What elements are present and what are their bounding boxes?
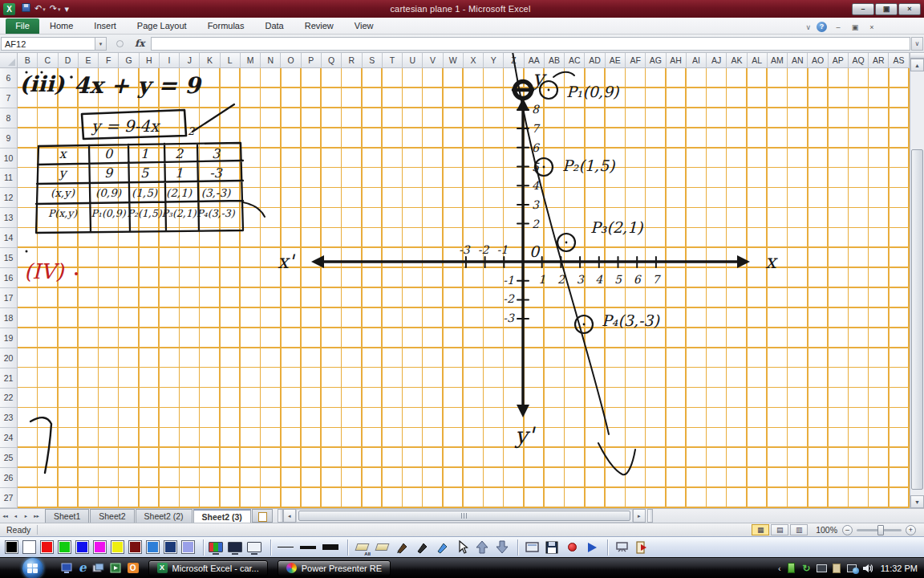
horizontal-split-handle[interactable] [278,509,283,523]
name-box-dropdown-icon[interactable]: ▾ [95,37,107,51]
expand-formula-bar-icon[interactable]: ∨ [911,37,923,51]
show-desktop-icon[interactable] [92,563,104,573]
brush-tool-button[interactable] [413,539,431,556]
column-header-O[interactable]: O [281,53,301,68]
first-sheet-icon[interactable]: ◂◂ [0,509,10,523]
zoom-slider-track[interactable] [857,529,902,531]
row-header-10[interactable]: 10 [0,149,18,169]
vertical-scrollbar[interactable]: ▲ ▼ [910,53,924,508]
workbook-close-icon[interactable]: × [866,23,877,31]
new-page-button[interactable] [523,539,541,556]
column-header-U[interactable]: U [403,53,423,68]
formula-input[interactable] [151,37,910,51]
pen-color-swatch-8[interactable] [146,540,160,554]
display-icon[interactable] [61,563,73,573]
tray-expand-icon[interactable]: ‹ [778,564,781,573]
row-header-21[interactable]: 21 [0,368,18,389]
screen-light-icon[interactable] [247,542,261,552]
page-down-button[interactable] [493,539,511,556]
battery-icon[interactable] [786,563,796,573]
column-header-E[interactable]: E [79,53,99,68]
row-header-13[interactable]: 13 [0,208,18,228]
column-header-K[interactable]: K [200,53,220,68]
ribbon-tab-review[interactable]: Review [294,18,344,34]
column-header-AF[interactable]: AF [626,53,646,68]
row-header-24[interactable]: 24 [0,428,18,448]
undo-button[interactable]: ↶▾ [34,2,46,15]
row-header-12[interactable]: 12 [0,188,18,208]
pen-color-swatch-9[interactable] [164,540,177,554]
row-header-18[interactable]: 18 [0,308,18,328]
taskbar-clock[interactable]: 11:32 PM [881,564,918,573]
zoom-slider-handle[interactable] [877,525,884,535]
save-button[interactable] [22,3,30,14]
ribbon-tab-formulas[interactable]: Formulas [197,18,255,34]
cursor-tool-button[interactable] [453,539,471,556]
undo-dropdown-icon[interactable]: ▾ [43,6,46,12]
column-header-S[interactable]: S [363,53,383,68]
line-width-thick-button[interactable] [321,544,340,550]
pen-color-swatch-7[interactable] [128,540,142,554]
column-header-AD[interactable]: AD [585,53,605,68]
row-header-22[interactable]: 22 [0,389,18,409]
last-sheet-icon[interactable]: ▸▸ [31,509,42,523]
clipboard-tray-icon[interactable] [832,563,842,573]
pen-color-swatch-0[interactable] [5,540,18,554]
vertical-split-handle[interactable] [910,53,924,59]
column-header-AP[interactable]: AP [829,53,849,68]
column-header-T[interactable]: T [383,53,403,68]
vertical-scroll-thumb[interactable] [911,149,923,490]
column-header-AJ[interactable]: AJ [707,53,727,68]
pen-color-swatch-5[interactable] [93,540,107,554]
column-header-L[interactable]: L [221,53,241,68]
column-header-AQ[interactable]: AQ [849,53,869,68]
horizontal-scrollbar[interactable] [296,509,633,523]
ribbon-tab-insert[interactable]: Insert [83,18,127,34]
row-header-26[interactable]: 26 [0,468,18,488]
row-header-19[interactable]: 19 [0,328,18,348]
column-header-AE[interactable]: AE [606,53,626,68]
row-header-20[interactable]: 20 [0,348,18,368]
tab-scroll-split-handle[interactable] [647,509,653,523]
record-button[interactable] [563,539,581,556]
column-header-X[interactable]: X [464,53,484,68]
column-header-N[interactable]: N [261,53,281,68]
ribbon-tab-view[interactable]: View [344,18,384,34]
minimize-ribbon-icon[interactable]: ∨ [805,23,811,31]
page-up-button[interactable] [473,539,491,556]
cell-grid[interactable] [18,68,910,508]
taskbar-button-power-presenter[interactable]: Power Presenter RE [278,560,391,576]
scroll-up-button[interactable]: ▲ [910,59,924,71]
ribbon-tab-file[interactable]: File [6,18,39,34]
workbook-restore-icon[interactable]: ▣ [849,23,861,31]
column-header-AO[interactable]: AO [808,53,828,68]
column-header-Z[interactable]: Z [504,53,524,68]
column-header-Q[interactable]: Q [322,53,342,68]
projector-button[interactable] [613,539,630,556]
eraser-button[interactable] [373,539,391,556]
volume-icon[interactable] [862,563,873,573]
row-header-15[interactable]: 15 [0,248,18,268]
close-button[interactable]: × [898,3,921,15]
pen-color-swatch-6[interactable] [111,540,124,554]
row-header-14[interactable]: 14 [0,228,18,248]
pen-color-swatch-3[interactable] [58,540,71,554]
column-header-AH[interactable]: AH [667,53,687,68]
column-header-M[interactable]: M [241,53,261,68]
column-header-C[interactable]: C [38,53,58,68]
column-header-D[interactable]: D [59,53,79,68]
column-header-AB[interactable]: AB [545,53,565,68]
page-layout-view-button[interactable]: ▤ [771,524,788,535]
outlook-icon[interactable]: O [128,563,139,573]
row-header-8[interactable]: 8 [0,108,18,128]
column-header-R[interactable]: R [342,53,362,68]
column-header-AI[interactable]: AI [687,53,707,68]
column-header-AL[interactable]: AL [748,53,768,68]
media-app-icon[interactable] [110,563,122,573]
column-header-AM[interactable]: AM [768,53,788,68]
scroll-right-button[interactable]: ▸ [633,509,646,523]
column-header-F[interactable]: F [99,53,119,68]
scroll-down-button[interactable]: ▼ [910,495,924,508]
sheet-tab-sheet2-2[interactable]: Sheet2 (2) [136,509,192,523]
row-header-25[interactable]: 25 [0,448,18,468]
